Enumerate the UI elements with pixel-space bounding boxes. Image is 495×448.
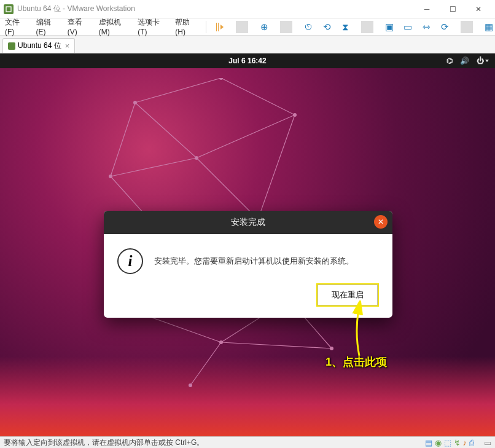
- svg-line-8: [197, 158, 258, 219]
- maximize-button[interactable]: ☐: [440, 1, 466, 18]
- separator: [361, 21, 373, 33]
- separator: [461, 21, 473, 33]
- library-icon[interactable]: ▦: [483, 22, 495, 33]
- separator: [236, 21, 248, 33]
- snapshot-icon[interactable]: ⊕: [258, 22, 270, 33]
- fullscreen-icon[interactable]: ▣: [383, 22, 396, 33]
- menu-vm[interactable]: 虚拟机(M): [94, 17, 133, 36]
- app-icon: [4, 4, 14, 14]
- status-bar: 要将输入定向到该虚拟机，请在虚拟机内部单击或按 Ctrl+G。 ▤ ◉ ⬚ ↯ …: [0, 436, 495, 448]
- menu-help[interactable]: 帮助(H): [170, 17, 202, 36]
- close-button[interactable]: ✕: [466, 1, 491, 18]
- minimize-button[interactable]: ─: [414, 1, 440, 18]
- hdd-icon[interactable]: ▤: [425, 438, 432, 447]
- svg-point-23: [195, 156, 198, 160]
- menu-tabs[interactable]: 选项卡(T): [133, 17, 170, 36]
- unity-icon[interactable]: ▭: [402, 22, 414, 33]
- ubuntu-top-bar: Jul 6 16:42 ⌬ 🔊 ⏻: [0, 53, 495, 68]
- ubuntu-indicators[interactable]: ⌬ 🔊 ⏻: [446, 53, 489, 68]
- svg-line-3: [111, 103, 135, 176]
- svg-point-19: [133, 101, 137, 104]
- window-title-bar: Ubuntu 64 位 - VMware Workstation ─ ☐ ✕: [0, 0, 495, 18]
- vm-tab-label: Ubuntu 64 位: [18, 41, 61, 51]
- clock-icon[interactable]: ⏲: [302, 22, 314, 32]
- dialog-actions: 现在重启: [104, 285, 392, 318]
- toolbar: ⊕ ⏲ ⟲ ⧗ ▣ ▭ ⇿ ⟳ ▦: [210, 21, 495, 33]
- svg-point-27: [219, 340, 223, 344]
- ubuntu-clock[interactable]: Jul 6 16:42: [228, 57, 266, 65]
- stretch-icon[interactable]: ⇿: [420, 22, 432, 33]
- dialog-title: 安装完成: [231, 217, 265, 228]
- menu-group: 文件(F) 编辑(E) 查看(V) 虚拟机(M) 选项卡(T) 帮助(H): [0, 17, 202, 36]
- install-complete-dialog: 安装完成 ✕ i 安装完毕。您需要重新启动计算机以使用新安装的系统。 现在重启: [104, 211, 392, 318]
- sound-icon[interactable]: ♪: [463, 438, 467, 447]
- svg-line-10: [111, 158, 197, 176]
- menu-file[interactable]: 文件(F): [0, 17, 31, 36]
- svg-line-9: [197, 115, 295, 158]
- menu-view[interactable]: 查看(V): [63, 17, 94, 36]
- svg-point-21: [293, 113, 297, 117]
- vm-tab-icon: [8, 42, 15, 50]
- dialog-title-bar: 安装完成 ✕: [104, 211, 392, 234]
- svg-rect-0: [6, 7, 11, 12]
- svg-point-22: [109, 175, 112, 178]
- menu-edit[interactable]: 编辑(E): [31, 17, 63, 36]
- power-icon[interactable]: ⏻: [477, 57, 489, 65]
- volume-icon[interactable]: 🔊: [460, 57, 469, 65]
- restart-now-button[interactable]: 现在重启: [318, 285, 378, 305]
- dialog-body: i 安装完毕。您需要重新启动计算机以使用新安装的系统。: [104, 234, 392, 285]
- separator: [280, 21, 292, 33]
- pause-play-button[interactable]: [214, 23, 226, 31]
- printer-icon[interactable]: ⎙: [469, 438, 474, 447]
- network-adapter-icon[interactable]: ⬚: [444, 438, 451, 447]
- window-title: Ubuntu 64 位 - VMware Workstation: [17, 4, 135, 14]
- svg-point-29: [330, 347, 333, 350]
- svg-line-18: [221, 342, 332, 348]
- window-controls: ─ ☐ ✕: [414, 1, 491, 18]
- info-icon: i: [117, 248, 143, 274]
- menu-bar: 文件(F) 编辑(E) 查看(V) 虚拟机(M) 选项卡(T) 帮助(H) ⊕ …: [0, 18, 495, 36]
- svg-line-16: [190, 342, 221, 385]
- cd-icon[interactable]: ◉: [435, 438, 442, 447]
- vm-display[interactable]: Jul 6 16:42 ⌬ 🔊 ⏻ 安装完成 ✕ i 安装完毕。您需要重新启动计…: [0, 53, 495, 436]
- device-tray: ▤ ◉ ⬚ ↯ ♪ ⎙ ▭: [425, 438, 492, 447]
- network-icon[interactable]: ⌬: [446, 57, 453, 65]
- svg-point-30: [189, 383, 192, 387]
- svg-line-6: [258, 115, 295, 219]
- svg-line-2: [221, 78, 295, 115]
- dialog-message: 安装完毕。您需要重新启动计算机以使用新安装的系统。: [154, 255, 354, 267]
- svg-point-20: [219, 78, 223, 80]
- usb-icon[interactable]: ↯: [454, 438, 461, 447]
- separator: [206, 21, 206, 33]
- status-hint: 要将输入定向到该虚拟机，请在虚拟机内部单击或按 Ctrl+G。: [4, 438, 204, 448]
- vm-tab[interactable]: Ubuntu 64 位 ×: [2, 38, 75, 53]
- tab-strip: Ubuntu 64 位 ×: [0, 36, 495, 53]
- svg-line-7: [135, 103, 197, 158]
- tab-close-icon[interactable]: ×: [65, 41, 70, 50]
- messages-icon[interactable]: ▭: [484, 438, 491, 447]
- dialog-close-button[interactable]: ✕: [374, 215, 388, 229]
- clock-manage-icon[interactable]: ⧗: [339, 22, 351, 33]
- svg-line-1: [135, 78, 221, 103]
- cycle-icon[interactable]: ⟳: [438, 22, 451, 33]
- clock-back-icon[interactable]: ⟲: [321, 22, 333, 33]
